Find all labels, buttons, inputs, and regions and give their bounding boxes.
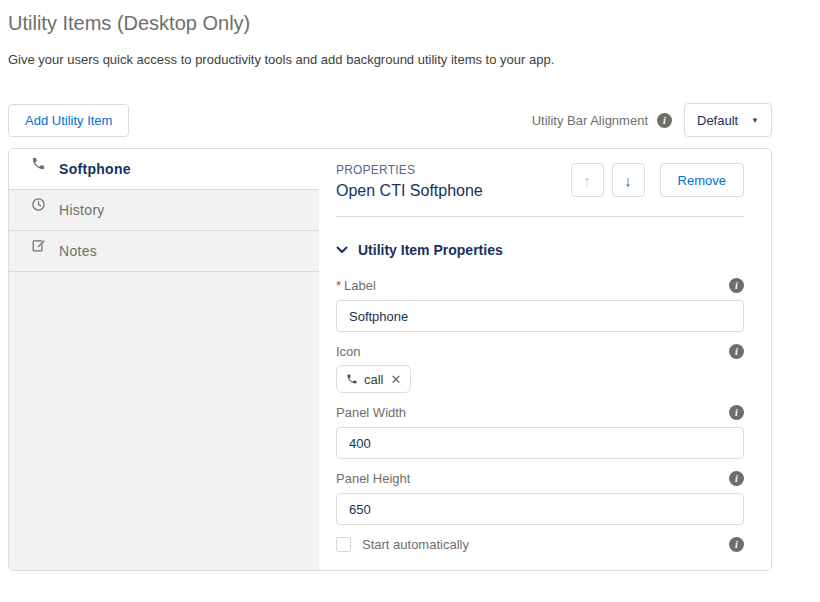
sidebar-item-history[interactable]: History	[9, 190, 319, 231]
panel-height-field: Panel Height i	[336, 471, 744, 525]
sidebar-item-notes[interactable]: Notes	[9, 231, 319, 272]
start-automatically-field: Start automatically i	[336, 537, 744, 552]
item-order-controls: ↑ ↓ Remove	[571, 163, 744, 197]
panel-width-label: Panel Width	[336, 405, 406, 420]
properties-title: Open CTI Softphone	[336, 182, 483, 200]
add-utility-item-button[interactable]: Add Utility Item	[8, 104, 129, 137]
toolbar: Add Utility Item Utility Bar Alignment i…	[8, 103, 772, 137]
note-icon	[31, 238, 46, 253]
start-automatically-checkbox[interactable]	[336, 537, 351, 552]
required-asterisk: *	[336, 278, 341, 293]
header-divider	[336, 216, 744, 217]
move-down-button[interactable]: ↓	[612, 163, 645, 197]
icon-chip-call: call ✕	[336, 365, 411, 393]
info-icon[interactable]: i	[729, 278, 744, 293]
panel-width-input[interactable]	[336, 427, 744, 459]
phone-icon	[31, 156, 46, 171]
icon-field: Icon i call ✕	[336, 344, 744, 393]
utility-item-properties-section-toggle[interactable]: Utility Item Properties	[336, 242, 744, 258]
info-icon[interactable]: i	[729, 471, 744, 486]
remove-button[interactable]: Remove	[660, 163, 744, 197]
section-title: Utility Item Properties	[358, 242, 503, 258]
icon-field-label: Icon	[336, 344, 361, 359]
label-field: * Label i	[336, 278, 744, 332]
info-icon[interactable]: i	[729, 537, 744, 552]
clock-icon	[31, 197, 46, 212]
chevron-down-icon	[336, 246, 348, 254]
info-icon[interactable]: i	[657, 113, 672, 128]
page-title: Utility Items (Desktop Only)	[8, 12, 772, 35]
properties-header: PROPERTIES Open CTI Softphone ↑ ↓ Remove	[336, 163, 744, 200]
properties-eyebrow: PROPERTIES	[336, 163, 483, 177]
icon-chip-label: call	[364, 372, 384, 387]
move-up-button[interactable]: ↑	[571, 163, 604, 197]
phone-icon	[346, 373, 358, 385]
utility-bar-alignment-group: Utility Bar Alignment i Default ▼	[532, 103, 772, 137]
label-input[interactable]	[336, 300, 744, 332]
panel-width-field: Panel Width i	[336, 405, 744, 459]
arrow-down-icon: ↓	[624, 173, 632, 188]
arrow-up-icon: ↑	[583, 173, 591, 188]
panel-height-label: Panel Height	[336, 471, 410, 486]
utility-bar-alignment-label: Utility Bar Alignment	[532, 113, 648, 128]
properties-titles: PROPERTIES Open CTI Softphone	[336, 163, 483, 200]
label-field-label: Label	[344, 278, 376, 293]
alignment-dropdown-value: Default	[697, 113, 738, 128]
utility-items-page: Utility Items (Desktop Only) Give your u…	[0, 0, 820, 571]
sidebar-item-softphone[interactable]: Softphone	[9, 149, 319, 190]
sidebar-item-label: Notes	[59, 243, 97, 259]
start-automatically-label: Start automatically	[362, 537, 469, 552]
sidebar-item-label: History	[59, 202, 105, 218]
sidebar-item-label: Softphone	[59, 161, 131, 177]
utility-items-list: Softphone History Notes	[9, 149, 319, 570]
chevron-down-icon: ▼	[751, 116, 759, 125]
info-icon[interactable]: i	[729, 344, 744, 359]
close-icon[interactable]: ✕	[391, 372, 402, 387]
utility-items-panel: Softphone History Notes	[8, 148, 772, 571]
alignment-dropdown[interactable]: Default ▼	[684, 103, 772, 137]
info-icon[interactable]: i	[729, 405, 744, 420]
panel-height-input[interactable]	[336, 493, 744, 525]
sidebar-filler	[9, 272, 319, 570]
properties-pane: PROPERTIES Open CTI Softphone ↑ ↓ Remove	[319, 149, 771, 570]
page-description: Give your users quick access to producti…	[8, 52, 772, 67]
